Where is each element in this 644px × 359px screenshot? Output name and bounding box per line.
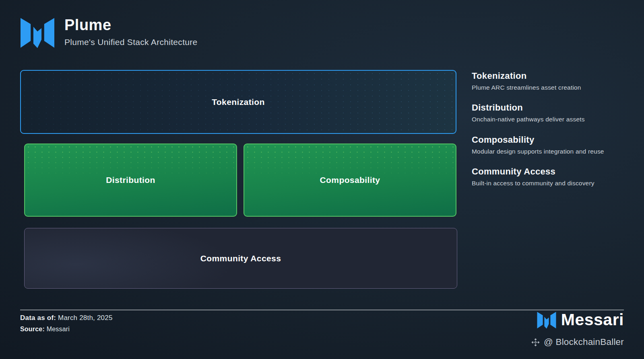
author-credit: @ BlockchainBaller xyxy=(531,337,624,347)
header-text: Plume Plume's Unified Stack Architecture xyxy=(64,15,198,47)
description-title: Tokenization xyxy=(472,71,613,81)
layer-tokenization: Tokenization xyxy=(20,70,456,134)
description-tokenization: Tokenization Plume ARC streamlines asset… xyxy=(472,71,613,92)
header: Plume Plume's Unified Stack Architecture xyxy=(20,15,198,49)
description-community-access: Community Access Built-in access to comm… xyxy=(472,166,613,187)
description-text: Built-in access to community and discove… xyxy=(472,179,613,187)
description-text: Onchain-native pathways deliver assets xyxy=(472,115,613,123)
description-title: Composability xyxy=(472,135,613,145)
description-distribution: Distribution Onchain-native pathways del… xyxy=(472,103,613,123)
data-as-of-line: Data as of: March 28th, 2025 xyxy=(20,314,113,322)
description-text: Modular design supports integration and … xyxy=(472,148,613,156)
layer-composability: Composability xyxy=(244,144,456,217)
source-value: Messari xyxy=(47,326,70,332)
messari-m-logo-icon xyxy=(537,310,556,329)
layer-composability-label: Composability xyxy=(320,175,380,185)
messari-brand: Messari xyxy=(537,310,624,329)
infographic-canvas: Plume Plume's Unified Stack Architecture… xyxy=(0,0,644,359)
layer-community-access-label: Community Access xyxy=(200,254,281,263)
layer-distribution-label: Distribution xyxy=(106,175,155,185)
page-title: Plume xyxy=(64,17,198,34)
footer-meta: Data as of: March 28th, 2025 Source: Mes… xyxy=(20,314,113,336)
description-text: Plume ARC streamlines asset creation xyxy=(472,84,613,92)
diamond-cluster-icon xyxy=(531,338,540,347)
layer-distribution: Distribution xyxy=(24,144,237,217)
layer-tokenization-label: Tokenization xyxy=(212,97,265,107)
footer-divider xyxy=(20,310,624,310)
description-column: Tokenization Plume ARC streamlines asset… xyxy=(472,71,613,199)
credit-handle: @ BlockchainBaller xyxy=(544,337,624,347)
data-as-of-value: March 28th, 2025 xyxy=(58,314,113,322)
messari-wordmark: Messari xyxy=(561,310,624,329)
source-line: Source: Messari xyxy=(20,326,113,333)
description-title: Community Access xyxy=(472,166,613,177)
description-composability: Composability Modular design supports in… xyxy=(472,135,613,156)
layer-community-access: Community Access xyxy=(24,228,457,289)
source-label: Source: xyxy=(20,326,45,332)
page-subtitle: Plume's Unified Stack Architecture xyxy=(64,37,198,47)
data-as-of-label: Data as of: xyxy=(20,314,56,322)
description-title: Distribution xyxy=(472,103,613,113)
messari-m-logo-icon xyxy=(20,15,55,49)
